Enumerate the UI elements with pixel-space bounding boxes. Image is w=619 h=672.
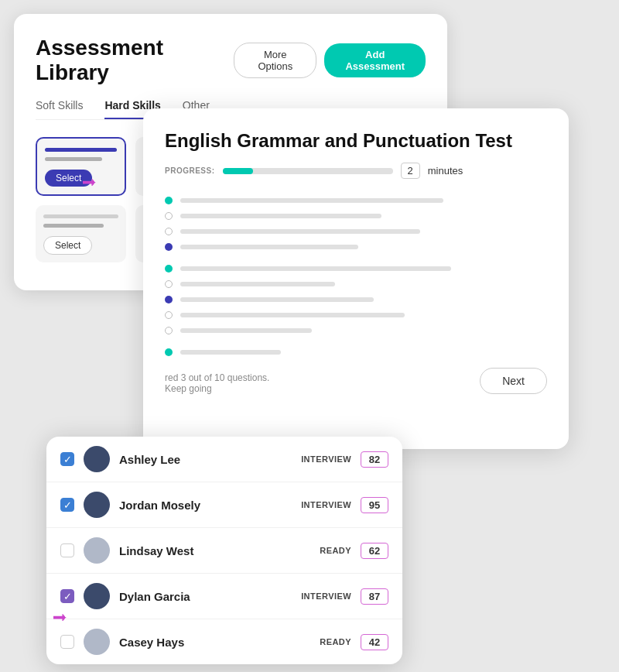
progress-bar-fill <box>223 168 254 174</box>
question-section <box>165 193 547 360</box>
card-line <box>45 157 102 161</box>
question-line <box>180 214 381 218</box>
question-dot <box>165 265 173 273</box>
candidate-name-jordan: Jordan Mosely <box>119 499 292 512</box>
score-lindsay: 62 <box>361 543 388 559</box>
question-item <box>165 292 547 307</box>
progress-bar-background <box>223 168 393 174</box>
avatar-ashley <box>84 446 110 472</box>
avatar-jordan <box>84 492 110 518</box>
checkbox-casey[interactable] <box>60 635 74 649</box>
assessment-card-5: Select <box>36 205 126 262</box>
candidates-card: ✓ Ashley Lee INTERVIEW 82 ✓ Jordan Mosel… <box>46 437 402 664</box>
score-casey: 42 <box>361 634 388 650</box>
checkbox-lindsay[interactable] <box>60 543 74 557</box>
status-lindsay: READY <box>320 546 351 555</box>
progress-row: PROGRESS: 2 minutes <box>165 163 547 179</box>
candidate-name-ashley: Ashley Lee <box>119 453 292 466</box>
question-dot <box>165 243 173 251</box>
add-assessment-button[interactable]: Add Assessment <box>324 43 426 77</box>
score-dylan: 87 <box>361 588 388 605</box>
candidate-row-ashley: ✓ Ashley Lee INTERVIEW 82 <box>46 437 402 482</box>
candidate-name-dylan: Dylan Garcia <box>119 590 292 603</box>
question-line <box>180 350 281 355</box>
avatar-lindsay <box>84 537 110 564</box>
minutes-box: 2 <box>401 163 420 179</box>
answered-text: red 3 out of 10 questions.Keep going <box>165 372 269 394</box>
question-item <box>165 193 547 208</box>
checkbox-dylan[interactable]: ✓ <box>60 589 74 603</box>
progress-label: PROGRESS: <box>165 166 215 175</box>
test-title: English Grammar and Punctuation Test <box>165 130 547 152</box>
question-dot <box>165 228 173 235</box>
question-dot <box>165 348 173 356</box>
question-item <box>165 307 547 323</box>
select-button-5[interactable]: Select <box>43 236 92 255</box>
test-bottom: red 3 out of 10 questions.Keep going Nex… <box>165 360 547 410</box>
question-line <box>180 245 358 249</box>
question-item <box>165 224 547 239</box>
tab-soft-skills[interactable]: Soft Skills <box>36 99 83 119</box>
question-item <box>165 323 547 338</box>
checkbox-ashley[interactable]: ✓ <box>60 452 74 466</box>
candidate-row-lindsay: Lindsay West READY 62 <box>46 528 402 574</box>
question-item <box>165 208 547 224</box>
question-dot <box>165 280 173 288</box>
status-jordan: INTERVIEW <box>301 500 351 509</box>
status-casey: READY <box>320 637 351 646</box>
candidate-row-dylan: ✓ Dylan Garcia INTERVIEW 87 ⮕ <box>46 574 402 619</box>
card-line <box>43 214 118 218</box>
candidate-name-casey: Casey Hays <box>119 636 310 649</box>
score-jordan: 95 <box>361 497 388 513</box>
candidate-row-casey: Casey Hays READY 42 <box>46 619 402 664</box>
question-dot <box>165 197 173 204</box>
question-item <box>165 276 547 292</box>
minutes-label: minutes <box>428 165 463 177</box>
candidate-row-jordan: ✓ Jordan Mosely INTERVIEW 95 <box>46 482 402 528</box>
assessment-card-1: Select ⮕ <box>36 137 126 196</box>
card-line <box>43 224 104 228</box>
avatar-casey <box>84 629 110 655</box>
question-dot <box>165 296 173 303</box>
question-item <box>165 345 547 360</box>
answered-info: red 3 out of 10 questions.Keep going <box>165 372 269 394</box>
more-options-button[interactable]: More Options <box>234 43 316 78</box>
question-item <box>165 239 547 255</box>
header-buttons: More Options Add Assessment <box>234 43 426 78</box>
next-button[interactable]: Next <box>480 368 547 394</box>
library-title: Assessment Library <box>36 36 234 85</box>
question-line <box>180 328 312 333</box>
candidate-name-lindsay: Lindsay West <box>119 544 310 557</box>
question-line <box>180 229 420 234</box>
cursor-arrow-icon: ⮕ <box>82 175 97 193</box>
test-detail-card: English Grammar and Punctuation Test PRO… <box>143 108 569 449</box>
question-line <box>180 198 443 203</box>
question-line <box>180 313 405 317</box>
card-line <box>45 148 117 152</box>
status-dylan: INTERVIEW <box>301 591 351 601</box>
question-line <box>180 282 335 286</box>
question-dot <box>165 212 173 220</box>
avatar-dylan <box>84 583 110 609</box>
question-line <box>180 266 451 271</box>
status-ashley: INTERVIEW <box>301 454 351 464</box>
checkbox-jordan[interactable]: ✓ <box>60 498 74 512</box>
question-item <box>165 261 547 276</box>
library-header: Assessment Library More Options Add Asse… <box>36 36 426 85</box>
question-dot <box>165 327 173 334</box>
score-ashley: 82 <box>361 451 388 468</box>
question-dot <box>165 311 173 319</box>
question-line <box>180 297 374 302</box>
